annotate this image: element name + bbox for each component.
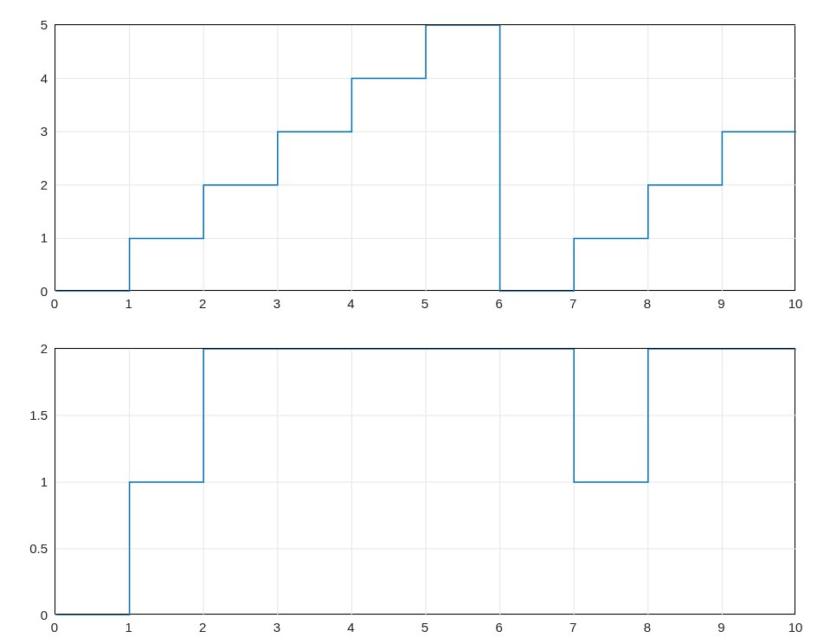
y-tick-label: 1 — [41, 230, 48, 245]
y-tick-label: 0 — [41, 284, 48, 299]
x-tick-label: 7 — [569, 296, 576, 311]
x-tick-label: 0 — [51, 620, 58, 634]
x-tick-label: 3 — [273, 296, 280, 311]
x-tick-label: 2 — [199, 296, 206, 311]
axes-top-svg — [55, 25, 796, 292]
y-tick-label: 1.5 — [29, 408, 48, 422]
x-tick-label: 0 — [51, 296, 58, 311]
x-tick-label: 9 — [717, 296, 724, 311]
y-tick-label: 5 — [41, 17, 48, 32]
x-tick-label: 1 — [125, 296, 132, 311]
x-tick-label: 10 — [788, 296, 803, 311]
y-tick-label: 4 — [41, 70, 48, 85]
x-tick-label: 5 — [421, 620, 428, 634]
x-tick-label: 1 — [125, 620, 132, 634]
x-tick-label: 3 — [273, 620, 280, 634]
axes-bottom — [55, 348, 795, 615]
y-tick-label: 0 — [41, 608, 48, 622]
axes-top — [55, 24, 795, 291]
x-tick-label: 10 — [788, 620, 803, 634]
x-tick-label: 5 — [421, 296, 428, 311]
x-tick-label: 6 — [495, 620, 502, 634]
x-tick-label: 4 — [347, 296, 354, 311]
y-tick-label: 1 — [41, 474, 48, 489]
x-tick-label: 8 — [644, 296, 651, 311]
y-tick-label: 3 — [41, 124, 48, 138]
x-tick-label: 9 — [717, 620, 724, 634]
x-tick-label: 6 — [495, 296, 502, 311]
axes-bottom-svg — [55, 349, 796, 615]
x-tick-label: 8 — [644, 620, 651, 634]
x-tick-label: 4 — [347, 620, 354, 634]
x-tick-label: 7 — [569, 620, 576, 634]
y-tick-label: 2 — [41, 341, 48, 356]
y-tick-label: 0.5 — [29, 541, 48, 556]
y-tick-label: 2 — [41, 177, 48, 191]
figure: 01234567891001234501234567891000.511.52 — [0, 0, 817, 644]
x-tick-label: 2 — [199, 620, 206, 634]
